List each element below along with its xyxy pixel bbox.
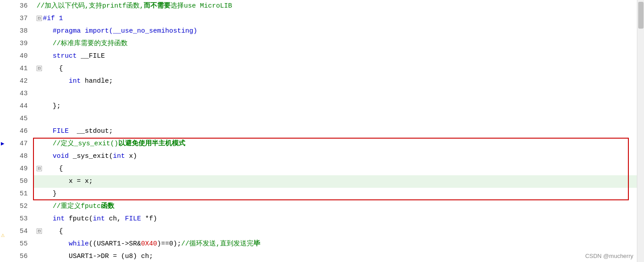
line-content: //重定义fputc函数 <box>33 200 637 213</box>
code-line: 49⊟ { <box>8 163 637 175</box>
line-content: ⊟ { <box>33 225 637 238</box>
token-cm: //定义_sys_exit() <box>53 140 118 148</box>
token-cm: //重定义fputc <box>53 203 101 210</box>
line-content: int fputc(int ch, FILE *f) <box>33 213 637 225</box>
editor-container: ▶ ⚠ 36//加入以下代码,支持printf函数,而不需要选择use Micr… <box>0 0 644 262</box>
token-plain: ch, <box>105 215 125 223</box>
code-line: 46 FILE __stdout; <box>8 125 637 138</box>
token-pp: #if 1 <box>43 15 63 22</box>
line-content: USART1->DR = (u8) ch; <box>33 250 637 262</box>
token-kw: int <box>69 77 81 85</box>
token-kw: void <box>53 152 69 160</box>
line-content: void _sys_exit(int x) <box>33 150 637 163</box>
line-content <box>33 88 637 100</box>
token-kw: int <box>113 152 125 160</box>
line-number: 44 <box>8 100 33 113</box>
line-number: 45 <box>8 113 33 125</box>
token-kw: FILE <box>53 127 69 135</box>
line-number: 51 <box>8 188 33 200</box>
code-line: 47 //定义_sys_exit()以避免使用半主机模式 <box>8 138 637 150</box>
line-content: FILE __stdout; <box>33 125 637 138</box>
code-line: 39 //标准库需要的支持函数 <box>8 38 637 50</box>
token-plain: { <box>59 65 63 72</box>
code-line: 51 } <box>8 188 637 200</box>
line-number: 41 <box>8 63 33 75</box>
collapse-button[interactable]: ⊟ <box>37 166 42 171</box>
code-line: 53 int fputc(int ch, FILE *f) <box>8 213 637 225</box>
token-cm: //加入以下代码,支持printf函数, <box>37 2 144 10</box>
code-line: 50 x = x; <box>8 175 637 188</box>
token-plain: *f) <box>141 215 157 223</box>
collapse-button[interactable]: ⊟ <box>37 66 42 71</box>
line-content: int handle; <box>33 75 637 88</box>
token-plain: )==0); <box>157 240 181 248</box>
token-plain: { <box>59 165 63 173</box>
line-content: ⊟#if 1 <box>33 13 637 25</box>
line-content: while((USART1->SR&0X40)==0);//循环发送,直到发送完… <box>33 238 637 250</box>
token-plain: __FILE <box>77 52 105 60</box>
token-plain: __stdout; <box>69 127 113 135</box>
code-line: 44 }; <box>8 100 637 113</box>
line-number: 43 <box>8 88 33 100</box>
line-content: } <box>33 188 637 200</box>
token-plain: _sys_exit( <box>69 152 113 160</box>
collapse-button[interactable]: ⊟ <box>37 16 42 21</box>
watermark: CSDN @mucherry <box>585 253 633 259</box>
token-kw: struct <box>53 52 77 60</box>
token-pp: #pragma import(__use_no_semihosting) <box>53 27 197 35</box>
code-line: 45 <box>8 113 637 125</box>
scrollbar[interactable] <box>637 0 644 262</box>
line-number: 36 <box>8 0 33 13</box>
line-number: 54 <box>8 225 33 238</box>
line-number: 47 <box>8 138 33 150</box>
scrollbar-thumb[interactable] <box>638 2 644 29</box>
code-line: 56 USART1->DR = (u8) ch; <box>8 250 637 262</box>
code-line: 36//加入以下代码,支持printf函数,而不需要选择use MicroLIB <box>8 0 637 13</box>
token-cm: 选择use MicroLIB <box>170 2 232 10</box>
token-plain: }; <box>53 102 61 110</box>
token-plain: } <box>53 190 57 198</box>
code-line: 43 <box>8 88 637 100</box>
debug-arrow-icon: ▶ <box>1 140 4 147</box>
line-content: //定义_sys_exit()以避免使用半主机模式 <box>33 138 637 150</box>
line-number: 46 <box>8 125 33 138</box>
code-line: 40 struct __FILE <box>8 50 637 63</box>
code-line: 54⊟ { <box>8 225 637 238</box>
line-content: }; <box>33 100 637 113</box>
line-number: 42 <box>8 75 33 88</box>
token-cm: //标准库需要的支持函数 <box>53 40 128 47</box>
token-kw: int <box>53 215 65 223</box>
line-content: struct __FILE <box>33 50 637 63</box>
token-kw: while <box>69 240 89 248</box>
line-number: 53 <box>8 213 33 225</box>
code-area: 36//加入以下代码,支持printf函数,而不需要选择use MicroLIB… <box>8 0 637 262</box>
code-line: 37⊟#if 1 <box>8 13 637 25</box>
line-number: 38 <box>8 25 33 38</box>
code-line: 42 int handle; <box>8 75 637 88</box>
line-content: #pragma import(__use_no_semihosting) <box>33 25 637 38</box>
token-hex: 0X40 <box>141 240 157 248</box>
code-line: 52 //重定义fputc函数 <box>8 200 637 213</box>
warning-icon: ⚠ <box>1 231 4 239</box>
code-line: 41⊟ { <box>8 63 637 75</box>
line-content <box>33 113 637 125</box>
line-number: 48 <box>8 150 33 163</box>
line-content: //标准库需要的支持函数 <box>33 38 637 50</box>
collapse-button[interactable]: ⊟ <box>37 228 42 234</box>
line-number: 40 <box>8 50 33 63</box>
line-content: x = x; <box>33 175 637 188</box>
token-plain: ((USART1->SR& <box>89 240 141 248</box>
token-cm-bold: 毕 <box>253 240 260 248</box>
line-number: 52 <box>8 200 33 213</box>
token-cm-bold: 函数 <box>101 203 114 210</box>
line-number: 49 <box>8 163 33 175</box>
token-cm-bold: 而不需要 <box>144 2 170 10</box>
token-plain: fputc( <box>65 215 93 223</box>
token-plain: handle; <box>81 77 113 85</box>
line-content: ⊟ { <box>33 63 637 75</box>
code-line: 55 while((USART1->SR&0X40)==0);//循环发送,直到… <box>8 238 637 250</box>
token-plain: { <box>59 228 63 235</box>
token-cm-bold: 以避免使用半主机模式 <box>118 140 185 148</box>
line-number: 50 <box>8 175 33 188</box>
token-kw: int <box>93 215 105 223</box>
